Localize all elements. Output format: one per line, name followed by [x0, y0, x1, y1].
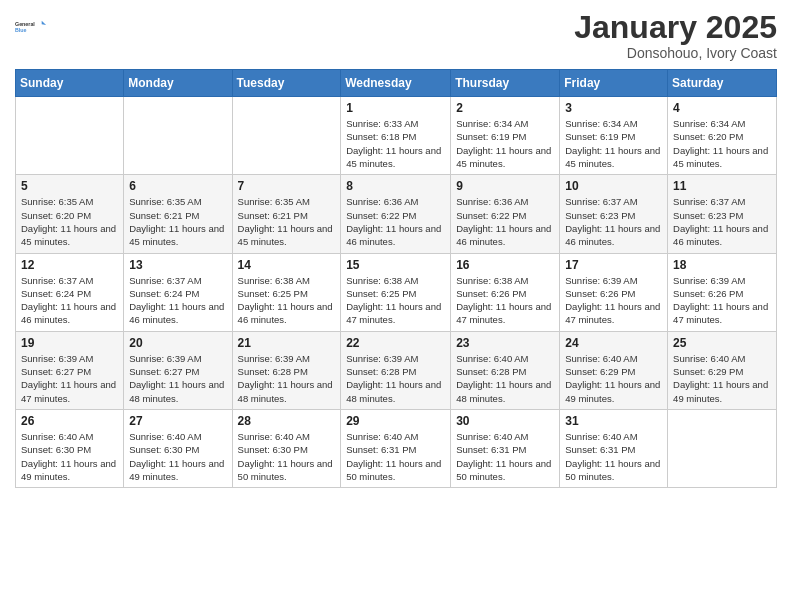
calendar-cell: 12Sunrise: 6:37 AM Sunset: 6:24 PM Dayli…: [16, 253, 124, 331]
day-number: 24: [565, 336, 662, 350]
day-number: 10: [565, 179, 662, 193]
day-info: Sunrise: 6:37 AM Sunset: 6:24 PM Dayligh…: [21, 274, 118, 327]
page: General Blue General Blue January 2025 D…: [0, 0, 792, 612]
col-header-sunday: Sunday: [16, 70, 124, 97]
logo: General Blue General Blue: [15, 10, 47, 42]
day-info: Sunrise: 6:39 AM Sunset: 6:26 PM Dayligh…: [673, 274, 771, 327]
day-info: Sunrise: 6:39 AM Sunset: 6:26 PM Dayligh…: [565, 274, 662, 327]
calendar-cell: 16Sunrise: 6:38 AM Sunset: 6:26 PM Dayli…: [451, 253, 560, 331]
day-info: Sunrise: 6:35 AM Sunset: 6:20 PM Dayligh…: [21, 195, 118, 248]
day-info: Sunrise: 6:40 AM Sunset: 6:28 PM Dayligh…: [456, 352, 554, 405]
calendar-cell: 24Sunrise: 6:40 AM Sunset: 6:29 PM Dayli…: [560, 331, 668, 409]
col-header-tuesday: Tuesday: [232, 70, 341, 97]
col-header-monday: Monday: [124, 70, 232, 97]
day-info: Sunrise: 6:35 AM Sunset: 6:21 PM Dayligh…: [238, 195, 336, 248]
calendar-cell: 8Sunrise: 6:36 AM Sunset: 6:22 PM Daylig…: [341, 175, 451, 253]
day-number: 12: [21, 258, 118, 272]
day-info: Sunrise: 6:40 AM Sunset: 6:30 PM Dayligh…: [21, 430, 118, 483]
calendar-cell: [124, 97, 232, 175]
day-number: 31: [565, 414, 662, 428]
day-info: Sunrise: 6:40 AM Sunset: 6:30 PM Dayligh…: [129, 430, 226, 483]
calendar-week-row: 5Sunrise: 6:35 AM Sunset: 6:20 PM Daylig…: [16, 175, 777, 253]
day-info: Sunrise: 6:34 AM Sunset: 6:19 PM Dayligh…: [456, 117, 554, 170]
day-info: Sunrise: 6:40 AM Sunset: 6:31 PM Dayligh…: [346, 430, 445, 483]
day-info: Sunrise: 6:37 AM Sunset: 6:24 PM Dayligh…: [129, 274, 226, 327]
calendar-cell: 11Sunrise: 6:37 AM Sunset: 6:23 PM Dayli…: [668, 175, 777, 253]
calendar-cell: 5Sunrise: 6:35 AM Sunset: 6:20 PM Daylig…: [16, 175, 124, 253]
day-number: 5: [21, 179, 118, 193]
col-header-thursday: Thursday: [451, 70, 560, 97]
title-block: January 2025 Donsohouo, Ivory Coast: [574, 10, 777, 61]
calendar-cell: 26Sunrise: 6:40 AM Sunset: 6:30 PM Dayli…: [16, 409, 124, 487]
calendar-table: SundayMondayTuesdayWednesdayThursdayFrid…: [15, 69, 777, 488]
main-title: January 2025: [574, 10, 777, 45]
calendar-week-row: 26Sunrise: 6:40 AM Sunset: 6:30 PM Dayli…: [16, 409, 777, 487]
calendar-cell: 20Sunrise: 6:39 AM Sunset: 6:27 PM Dayli…: [124, 331, 232, 409]
day-number: 19: [21, 336, 118, 350]
day-number: 7: [238, 179, 336, 193]
calendar-cell: 22Sunrise: 6:39 AM Sunset: 6:28 PM Dayli…: [341, 331, 451, 409]
day-info: Sunrise: 6:37 AM Sunset: 6:23 PM Dayligh…: [565, 195, 662, 248]
header: General Blue General Blue January 2025 D…: [15, 10, 777, 61]
day-number: 27: [129, 414, 226, 428]
calendar-cell: 18Sunrise: 6:39 AM Sunset: 6:26 PM Dayli…: [668, 253, 777, 331]
day-number: 17: [565, 258, 662, 272]
svg-text:Blue: Blue: [15, 27, 27, 33]
calendar-week-row: 19Sunrise: 6:39 AM Sunset: 6:27 PM Dayli…: [16, 331, 777, 409]
col-header-friday: Friday: [560, 70, 668, 97]
day-number: 8: [346, 179, 445, 193]
calendar-cell: 15Sunrise: 6:38 AM Sunset: 6:25 PM Dayli…: [341, 253, 451, 331]
calendar-cell: 29Sunrise: 6:40 AM Sunset: 6:31 PM Dayli…: [341, 409, 451, 487]
day-info: Sunrise: 6:34 AM Sunset: 6:19 PM Dayligh…: [565, 117, 662, 170]
subtitle: Donsohouo, Ivory Coast: [574, 45, 777, 61]
day-info: Sunrise: 6:39 AM Sunset: 6:27 PM Dayligh…: [129, 352, 226, 405]
calendar-week-row: 12Sunrise: 6:37 AM Sunset: 6:24 PM Dayli…: [16, 253, 777, 331]
calendar-cell: 7Sunrise: 6:35 AM Sunset: 6:21 PM Daylig…: [232, 175, 341, 253]
calendar-cell: 4Sunrise: 6:34 AM Sunset: 6:20 PM Daylig…: [668, 97, 777, 175]
calendar-cell: 21Sunrise: 6:39 AM Sunset: 6:28 PM Dayli…: [232, 331, 341, 409]
day-number: 13: [129, 258, 226, 272]
day-number: 25: [673, 336, 771, 350]
day-number: 29: [346, 414, 445, 428]
day-info: Sunrise: 6:38 AM Sunset: 6:26 PM Dayligh…: [456, 274, 554, 327]
day-info: Sunrise: 6:36 AM Sunset: 6:22 PM Dayligh…: [456, 195, 554, 248]
calendar-cell: 23Sunrise: 6:40 AM Sunset: 6:28 PM Dayli…: [451, 331, 560, 409]
day-number: 3: [565, 101, 662, 115]
day-number: 26: [21, 414, 118, 428]
day-info: Sunrise: 6:35 AM Sunset: 6:21 PM Dayligh…: [129, 195, 226, 248]
day-number: 21: [238, 336, 336, 350]
day-number: 16: [456, 258, 554, 272]
day-info: Sunrise: 6:34 AM Sunset: 6:20 PM Dayligh…: [673, 117, 771, 170]
calendar-cell: 19Sunrise: 6:39 AM Sunset: 6:27 PM Dayli…: [16, 331, 124, 409]
calendar-cell: 3Sunrise: 6:34 AM Sunset: 6:19 PM Daylig…: [560, 97, 668, 175]
calendar-cell: 30Sunrise: 6:40 AM Sunset: 6:31 PM Dayli…: [451, 409, 560, 487]
day-number: 11: [673, 179, 771, 193]
day-number: 23: [456, 336, 554, 350]
day-number: 15: [346, 258, 445, 272]
day-number: 4: [673, 101, 771, 115]
day-info: Sunrise: 6:37 AM Sunset: 6:23 PM Dayligh…: [673, 195, 771, 248]
day-info: Sunrise: 6:40 AM Sunset: 6:29 PM Dayligh…: [673, 352, 771, 405]
svg-marker-2: [42, 21, 46, 25]
calendar-cell: 6Sunrise: 6:35 AM Sunset: 6:21 PM Daylig…: [124, 175, 232, 253]
day-info: Sunrise: 6:39 AM Sunset: 6:28 PM Dayligh…: [238, 352, 336, 405]
day-number: 22: [346, 336, 445, 350]
day-number: 2: [456, 101, 554, 115]
day-info: Sunrise: 6:38 AM Sunset: 6:25 PM Dayligh…: [238, 274, 336, 327]
calendar-cell: 1Sunrise: 6:33 AM Sunset: 6:18 PM Daylig…: [341, 97, 451, 175]
calendar-cell: 28Sunrise: 6:40 AM Sunset: 6:30 PM Dayli…: [232, 409, 341, 487]
day-number: 20: [129, 336, 226, 350]
day-info: Sunrise: 6:40 AM Sunset: 6:30 PM Dayligh…: [238, 430, 336, 483]
logo-icon: General Blue: [15, 10, 47, 42]
calendar-cell: 14Sunrise: 6:38 AM Sunset: 6:25 PM Dayli…: [232, 253, 341, 331]
calendar-cell: 13Sunrise: 6:37 AM Sunset: 6:24 PM Dayli…: [124, 253, 232, 331]
calendar-cell: [232, 97, 341, 175]
calendar-cell: 2Sunrise: 6:34 AM Sunset: 6:19 PM Daylig…: [451, 97, 560, 175]
calendar-cell: 10Sunrise: 6:37 AM Sunset: 6:23 PM Dayli…: [560, 175, 668, 253]
day-info: Sunrise: 6:40 AM Sunset: 6:31 PM Dayligh…: [565, 430, 662, 483]
day-info: Sunrise: 6:40 AM Sunset: 6:31 PM Dayligh…: [456, 430, 554, 483]
calendar-header-row: SundayMondayTuesdayWednesdayThursdayFrid…: [16, 70, 777, 97]
day-info: Sunrise: 6:39 AM Sunset: 6:28 PM Dayligh…: [346, 352, 445, 405]
calendar-week-row: 1Sunrise: 6:33 AM Sunset: 6:18 PM Daylig…: [16, 97, 777, 175]
day-number: 30: [456, 414, 554, 428]
